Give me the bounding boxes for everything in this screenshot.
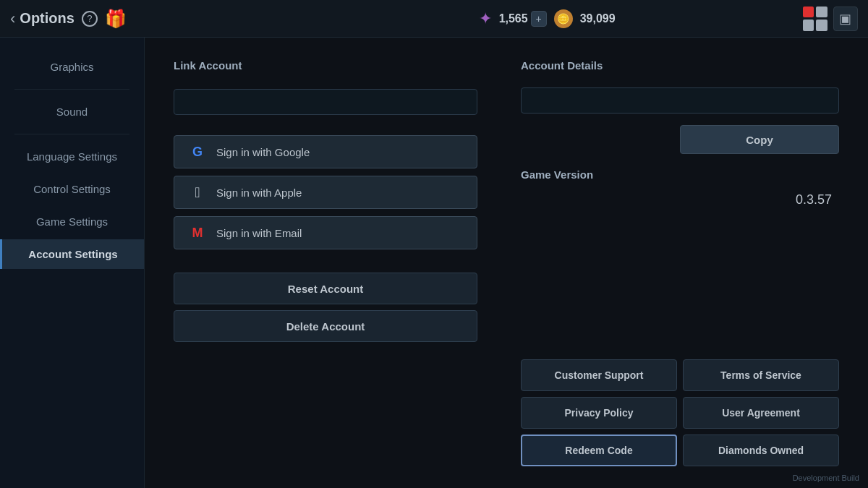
back-arrow-icon: ‹: [10, 9, 15, 28]
sidebar-item-game[interactable]: Game Settings: [0, 207, 144, 236]
sidebar-item-account[interactable]: Account Settings: [0, 239, 144, 269]
bottom-buttons-grid: Customer Support Terms of Service Privac…: [521, 359, 839, 466]
sign-in-apple-label: Sign in with Apple: [216, 187, 302, 199]
sidebar-item-sound[interactable]: Sound: [0, 97, 144, 127]
right-panel: Account Details Copy Game Version 0.3.57…: [521, 59, 839, 466]
profile-icon-button[interactable]: ▣: [833, 7, 858, 31]
link-account-label: Link Account: [174, 59, 477, 72]
delete-account-label: Delete Account: [286, 320, 365, 333]
google-icon: G: [189, 145, 206, 160]
apple-icon: : [189, 184, 206, 201]
email-icon: M: [189, 226, 206, 241]
customer-support-label: Customer Support: [555, 369, 644, 381]
sign-in-apple-button[interactable]:  Sign in with Apple: [174, 176, 477, 209]
sign-in-email-label: Sign in with Email: [216, 227, 302, 239]
sidebar-divider-2: [14, 134, 129, 134]
help-icon[interactable]: ?: [82, 11, 98, 27]
gift-icon[interactable]: 🎁: [105, 9, 127, 29]
sidebar-divider-1: [14, 89, 129, 90]
nav-compass-icon[interactable]: ✦: [479, 9, 492, 28]
sidebar-item-graphics[interactable]: Graphics: [0, 52, 144, 82]
top-center: ✦ 1,565 + 🪙 39,099: [479, 9, 616, 28]
sidebar-item-language[interactable]: Language Settings: [0, 142, 144, 171]
reset-account-label: Reset Account: [288, 283, 363, 295]
content-area: Link Account G Sign in with Google  Sig…: [145, 38, 868, 488]
sign-in-google-button[interactable]: G Sign in with Google: [174, 135, 477, 168]
left-panel: Link Account G Sign in with Google  Sig…: [174, 59, 477, 466]
currency1-display: 1,565 +: [499, 11, 547, 27]
grid-cell-1: [803, 7, 814, 18]
privacy-policy-button[interactable]: Privacy Policy: [521, 397, 677, 429]
page-title: Options: [20, 10, 75, 27]
currency2-value: 39,099: [580, 12, 616, 25]
user-agreement-label: User Agreement: [722, 407, 800, 419]
diamonds-owned-label: Diamonds Owned: [718, 445, 804, 456]
copy-button[interactable]: Copy: [680, 125, 839, 154]
redeem-code-button[interactable]: Redeem Code: [521, 435, 677, 466]
currency1-add-button[interactable]: +: [531, 11, 547, 27]
account-details-input-row: [521, 87, 839, 114]
currency1-value: 1,565: [499, 12, 528, 25]
redeem-code-label: Redeem Code: [565, 445, 632, 456]
terms-of-service-label: Terms of Service: [720, 369, 801, 381]
copy-label: Copy: [746, 134, 773, 146]
sign-in-google-label: Sign in with Google: [216, 146, 310, 158]
sidebar-item-control[interactable]: Control Settings: [0, 174, 144, 204]
sidebar: Graphics Sound Language Settings Control…: [0, 38, 145, 488]
account-details-label: Account Details: [521, 59, 839, 72]
game-version-value: 0.3.57: [521, 192, 839, 207]
delete-account-button[interactable]: Delete Account: [174, 310, 477, 342]
grid-menu-icon[interactable]: [803, 7, 827, 31]
currency2-icon: 🪙: [554, 9, 573, 28]
top-right-icons: ▣: [803, 7, 858, 31]
sign-in-buttons: G Sign in with Google  Sign in with App…: [174, 135, 477, 249]
grid-cell-2: [816, 7, 827, 18]
grid-cell-4: [816, 20, 827, 31]
reset-account-button[interactable]: Reset Account: [174, 273, 477, 304]
main-layout: Graphics Sound Language Settings Control…: [0, 38, 868, 488]
link-account-input[interactable]: [174, 89, 477, 115]
link-account-input-row: [174, 89, 477, 115]
customer-support-button[interactable]: Customer Support: [521, 359, 677, 391]
game-version-label: Game Version: [521, 168, 839, 181]
diamonds-owned-button[interactable]: Diamonds Owned: [683, 435, 839, 466]
account-action-buttons: Reset Account Delete Account: [174, 273, 477, 342]
user-agreement-button[interactable]: User Agreement: [683, 397, 839, 429]
back-button[interactable]: ‹ Options: [10, 9, 82, 28]
terms-of-service-button[interactable]: Terms of Service: [683, 359, 839, 391]
sign-in-email-button[interactable]: M Sign in with Email: [174, 216, 477, 249]
grid-cell-3: [803, 20, 814, 31]
game-version-section: Game Version 0.3.57: [521, 168, 839, 207]
account-details-input[interactable]: [521, 87, 839, 114]
top-bar: ‹ Options ? 🎁 ✦ 1,565 + 🪙 39,099 ▣: [0, 0, 868, 38]
currency2-display: 39,099: [580, 12, 616, 25]
privacy-policy-label: Privacy Policy: [565, 407, 634, 419]
dev-build-label: Development Build: [793, 474, 859, 482]
